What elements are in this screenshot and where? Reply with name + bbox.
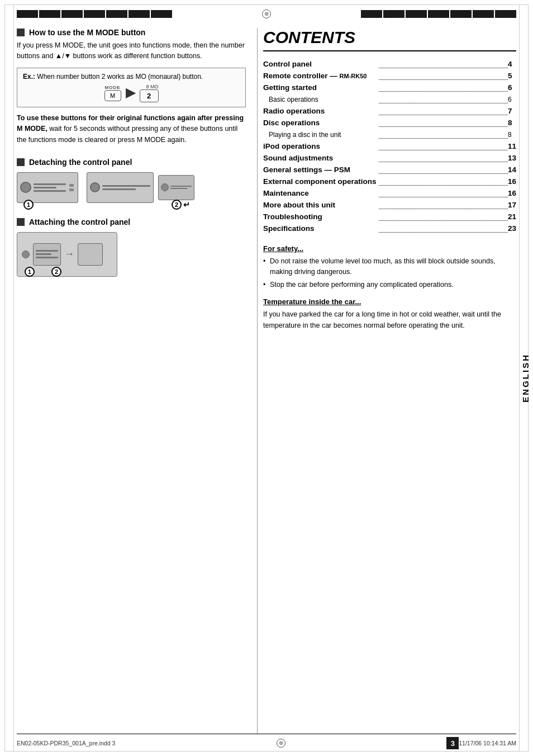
- temp-title: Temperature inside the car...: [263, 297, 516, 306]
- panel-lines: [34, 183, 66, 192]
- toc-dots: [379, 103, 508, 103]
- attach-steps: 1 2: [25, 267, 61, 277]
- toc-num: 17: [506, 201, 516, 209]
- attach-title: Attaching the control panel: [29, 218, 130, 226]
- header-blocks-left: [17, 10, 173, 18]
- toc-dots: [379, 209, 508, 209]
- return-arrow-icon: ↵: [183, 200, 190, 209]
- attach-step-1: 1: [25, 267, 35, 277]
- example-box: Ex.: When number button 2 works as MO (m…: [17, 68, 246, 107]
- header-bar: ⊕: [17, 10, 516, 18]
- header-block: [361, 10, 382, 18]
- toc-label: Maintenance: [263, 189, 309, 197]
- header-block: [84, 10, 105, 18]
- result-group: 8 MO 2: [140, 84, 159, 102]
- right-column: CONTENTS Control panel 4 Remote controll…: [257, 28, 516, 734]
- toc-num: 7: [506, 107, 512, 115]
- safety-item-text: Do not raise the volume level too much, …: [270, 257, 496, 276]
- toc-label: Disc operations: [263, 119, 320, 127]
- toc-dots: [379, 173, 508, 174]
- panel-line: [34, 187, 56, 188]
- unit-line: [102, 188, 136, 190]
- scene-unit-slot: [78, 243, 103, 266]
- device-unit-2: 2 ↵: [87, 172, 194, 203]
- scene-line: [36, 250, 58, 252]
- toc-row: Control panel 4: [263, 58, 516, 70]
- example-label: Ex.:: [23, 73, 35, 81]
- toc-dots: [379, 126, 508, 127]
- toc-label-more-about: More about this unit: [263, 201, 335, 209]
- toc-dots: [379, 138, 508, 139]
- english-sidebar: ENGLISH: [517, 56, 533, 700]
- example-row: MODE M ▶ 8 MO 2: [23, 84, 240, 102]
- m-mode-header: How to use the M MODE button: [17, 28, 246, 37]
- toc-label: Radio operations: [263, 107, 325, 115]
- header-block: [39, 10, 60, 18]
- detach-step-1: 1: [23, 200, 34, 210]
- toc-dots: [379, 79, 508, 80]
- scene-knob: [22, 251, 30, 258]
- main-content: How to use the M MODE button If you pres…: [17, 28, 516, 734]
- toc-num: 23: [506, 224, 516, 233]
- toc-label: Getting started: [263, 83, 317, 92]
- toc-label: Control panel: [263, 60, 312, 68]
- panel-buttons: [68, 183, 75, 192]
- detach-illustration: 1: [17, 172, 246, 203]
- toc-num: 4: [506, 60, 512, 68]
- temp-body: If you have parked the car for a long ti…: [263, 309, 516, 331]
- toc-row-sub: Basic operations 6: [263, 93, 516, 105]
- toc-label: Troubleshooting: [263, 212, 322, 221]
- attach-step-2: 2: [51, 267, 61, 277]
- attach-illustration: → 1 2: [17, 232, 246, 277]
- toc-row: Radio operations 7: [263, 105, 516, 117]
- detach-header: Detaching the control panel: [17, 158, 246, 167]
- detached-panel: [158, 175, 194, 200]
- toc-num: 11: [506, 142, 516, 150]
- arrow-right-icon: ▶: [126, 86, 135, 100]
- left-margin-line: [13, 4, 14, 752]
- header-block: [406, 10, 427, 18]
- toc-num-sub: 8: [506, 131, 512, 139]
- toc-num: 16: [506, 177, 516, 186]
- safety-item-text: Stop the car before performing any compl…: [270, 281, 454, 289]
- toc-row: Troubleshooting 21: [263, 211, 516, 223]
- unit-circle: [90, 182, 100, 192]
- toc-num-sub: 6: [506, 96, 512, 103]
- toc-dots: [379, 220, 508, 221]
- toc-dots: [379, 68, 508, 68]
- toc-row: External component operations 16: [263, 176, 516, 187]
- toc-dots: [379, 232, 508, 233]
- unit-lines: [102, 185, 150, 190]
- header-block: [383, 10, 404, 18]
- mini-line: [170, 188, 187, 189]
- contents-title: CONTENTS: [263, 28, 516, 51]
- toc-table: Control panel 4 Remote controller — RM-R…: [263, 58, 516, 234]
- toc-row: Sound adjustments 13: [263, 152, 516, 164]
- toc-num: 13: [506, 154, 516, 162]
- m-button: M: [104, 90, 121, 101]
- device-unit-1: 1: [17, 172, 78, 203]
- section-square-icon: [17, 158, 25, 166]
- toc-num: 14: [506, 166, 516, 174]
- toc-dots: [379, 115, 508, 115]
- safety-item: Stop the car before performing any compl…: [263, 280, 516, 290]
- attach-header: Attaching the control panel: [17, 218, 246, 226]
- header-block: [106, 10, 127, 18]
- detach-title: Detaching the control panel: [29, 158, 132, 167]
- english-label: ENGLISH: [521, 353, 530, 403]
- header-block: [17, 10, 38, 18]
- toc-label-sub: Basic operations: [263, 96, 318, 103]
- toc-label: Sound adjustments: [263, 154, 333, 162]
- safety-title: For safety...: [263, 244, 516, 253]
- m-mode-title: How to use the M MODE button: [29, 28, 145, 37]
- toc-row-sub: Playing a disc in the unit 8: [263, 129, 516, 140]
- section-square-icon: [17, 218, 25, 226]
- mode-label: MODE: [104, 85, 121, 90]
- toc-num: 5: [506, 72, 512, 80]
- result-label: 8 MO: [140, 84, 159, 89]
- toc-num: 16: [506, 189, 516, 197]
- mini-line: [170, 186, 192, 187]
- toc-row: Specifications 23: [263, 223, 516, 234]
- safety-list: Do not raise the volume level too much, …: [263, 256, 516, 290]
- footer-file-name: EN02-05KD-PDR35_001A_pre.indd 3: [17, 740, 115, 746]
